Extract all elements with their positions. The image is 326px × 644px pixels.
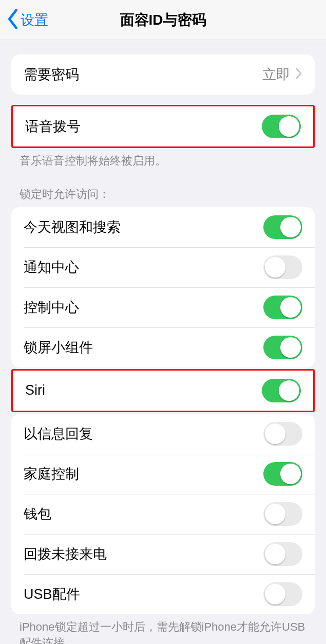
chevron-left-icon bbox=[6, 9, 20, 31]
today-view-toggle[interactable] bbox=[263, 215, 302, 239]
wallet-label: 钱包 bbox=[24, 505, 263, 523]
control-center-label: 控制中心 bbox=[24, 298, 263, 317]
today-view-label: 今天视图和搜索 bbox=[24, 218, 263, 236]
toggle-knob bbox=[279, 116, 299, 137]
siri-label: Siri bbox=[25, 382, 262, 398]
notification-center-toggle[interactable] bbox=[263, 255, 302, 279]
row-home-control: 家庭控制 bbox=[11, 454, 315, 494]
toggle-knob bbox=[265, 504, 285, 524]
chevron-right-icon bbox=[295, 68, 302, 81]
require-passcode-label: 需要密码 bbox=[24, 65, 262, 84]
content: 需要密码 立即 语音拨号 音乐语音控制将始终被启用。 锁定时允许访问： 今天视图… bbox=[0, 40, 326, 644]
lock-access-header: 锁定时允许访问： bbox=[20, 187, 306, 202]
toggle-knob bbox=[265, 424, 285, 444]
toggle-knob bbox=[265, 584, 285, 604]
voice-dial-toggle[interactable] bbox=[262, 115, 301, 138]
message-reply-label: 以信息回复 bbox=[24, 425, 263, 443]
toggle-knob bbox=[280, 217, 301, 237]
usb-footer: iPhone锁定超过一小时后，需先解锁iPhone才能允许USB配件连接。 bbox=[20, 619, 306, 644]
toggle-knob bbox=[279, 380, 299, 401]
row-require-passcode[interactable]: 需要密码 立即 bbox=[11, 54, 315, 95]
group-require-passcode: 需要密码 立即 bbox=[11, 54, 315, 95]
siri-toggle[interactable] bbox=[262, 379, 301, 402]
group-siri: Siri bbox=[11, 369, 315, 412]
row-message-reply: 以信息回复 bbox=[11, 414, 315, 454]
return-calls-toggle[interactable] bbox=[263, 542, 302, 566]
voice-dial-label: 语音拨号 bbox=[25, 117, 262, 136]
group-voice-dial: 语音拨号 bbox=[11, 105, 315, 148]
voice-dial-footer: 音乐语音控制将始终被启用。 bbox=[20, 153, 306, 169]
usb-accessories-label: USB配件 bbox=[24, 585, 263, 603]
control-center-toggle[interactable] bbox=[263, 296, 302, 319]
row-wallet: 钱包 bbox=[11, 494, 315, 534]
message-reply-toggle[interactable] bbox=[263, 422, 302, 446]
notification-center-label: 通知中心 bbox=[24, 258, 263, 277]
navbar: 设置 面容ID与密码 bbox=[0, 0, 326, 40]
home-control-label: 家庭控制 bbox=[24, 465, 263, 483]
home-control-toggle[interactable] bbox=[263, 462, 302, 486]
row-control-center: 控制中心 bbox=[11, 287, 315, 327]
lock-widgets-toggle[interactable] bbox=[263, 336, 302, 359]
toggle-knob bbox=[280, 464, 301, 484]
row-voice-dial: 语音拨号 bbox=[13, 106, 313, 146]
back-button[interactable]: 设置 bbox=[0, 9, 48, 31]
row-lock-widgets: 锁屏小组件 bbox=[11, 327, 315, 367]
toggle-knob bbox=[265, 257, 285, 278]
usb-accessories-toggle[interactable] bbox=[263, 582, 302, 606]
group-lock-access: 今天视图和搜索 通知中心 控制中心 锁屏小组件 bbox=[11, 207, 315, 367]
back-label: 设置 bbox=[21, 11, 48, 29]
toggle-knob bbox=[280, 297, 301, 318]
group-lock-access-2: 以信息回复 家庭控制 钱包 回拨未接来电 USB配件 bbox=[11, 414, 315, 614]
page-title: 面容ID与密码 bbox=[0, 10, 326, 30]
require-passcode-value: 立即 bbox=[262, 65, 290, 84]
row-siri: Siri bbox=[13, 371, 313, 411]
wallet-toggle[interactable] bbox=[263, 502, 302, 526]
row-notification-center: 通知中心 bbox=[11, 247, 315, 287]
return-calls-label: 回拨未接来电 bbox=[24, 545, 263, 563]
toggle-knob bbox=[265, 544, 285, 564]
lock-widgets-label: 锁屏小组件 bbox=[24, 338, 263, 357]
row-usb-accessories: USB配件 bbox=[11, 574, 315, 614]
row-today-view: 今天视图和搜索 bbox=[11, 207, 315, 247]
row-return-calls: 回拨未接来电 bbox=[11, 534, 315, 574]
toggle-knob bbox=[280, 337, 301, 358]
